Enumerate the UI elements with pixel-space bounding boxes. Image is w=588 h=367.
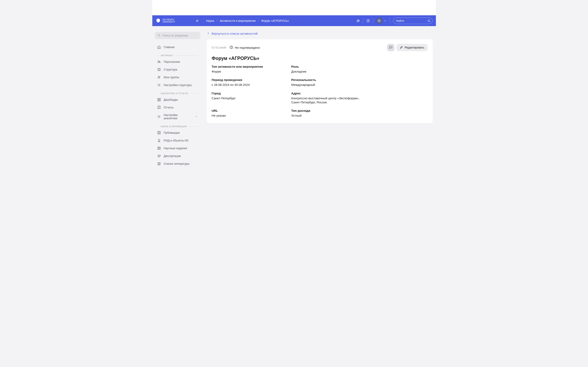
sidebar-item-groups[interactable]: Мои группы [155,73,200,81]
sidebar-item-dissertations[interactable]: Диссертации [155,152,200,160]
status-badge: Не подтверждено [229,45,260,50]
gear-icon [157,115,161,118]
home-icon [157,45,161,49]
logo-text: Sechenov University [163,18,175,23]
chevron-right-icon [216,19,218,22]
svg-point-17 [158,85,159,86]
breadcrumb-item-0[interactable]: Наука [206,19,214,22]
comments-button[interactable] [387,44,394,51]
pin-button[interactable] [194,18,200,24]
sidebar-item-label: Настройки аналитики [164,113,192,120]
global-search[interactable] [393,17,433,24]
sidebar-search-input[interactable] [163,34,198,37]
people-icon [157,60,161,64]
award-icon [157,139,161,142]
field-label: Тип активности или мероприятия [212,65,287,68]
field-label: Тип доклада [291,109,367,112]
sidebar-group-science: НАУКА И ИННОВАЦИИ [155,125,200,128]
record-id: ID 0c1eade [212,46,226,49]
svg-rect-19 [159,98,160,99]
field-role: Роль Докладчик [291,65,367,74]
sidebar-item-personalii[interactable]: Персоналии [155,58,200,66]
search-icon [157,34,160,38]
field-label: Адрес [291,92,367,95]
sidebar-item-label: Диссертации [164,154,181,158]
svg-point-12 [160,68,160,69]
field-label: URL [212,109,287,112]
svg-rect-20 [158,100,159,101]
field-talk-type: Тип доклада Устный [291,109,367,118]
separator [363,18,363,24]
svg-point-4 [368,21,368,22]
svg-point-7 [428,20,430,21]
svg-point-16 [159,76,160,77]
sidebar-item-dashboards[interactable]: Дашборды [155,96,200,104]
svg-point-23 [158,139,160,141]
sidebar-group-intranet: ИНТРАНЕТ [155,54,200,57]
back-link[interactable]: Вернуться в список активностей [207,32,258,35]
field-city: Город Санкт-Петербург [212,92,287,105]
chevron-right-icon [257,19,260,22]
svg-point-1 [358,20,358,20]
field-regionality: Региональность Международный [291,78,367,87]
newspaper-icon [157,146,161,150]
sidebar-item-analytics-settings[interactable]: Настройки аналитики [155,111,200,122]
sidebar-item-label: Мои группы [164,76,179,79]
app-header: Sechenov University Наука Активности и м… [152,15,436,26]
svg-point-9 [158,61,159,62]
sidebar-item-home[interactable]: Главная [155,43,200,51]
sidebar-item-label: Настройки структуры [164,83,192,87]
svg-rect-21 [159,100,160,101]
pencil-icon [400,46,403,50]
back-link-label: Вернуться в список активностей [212,32,258,35]
chevron-down-icon[interactable] [195,115,198,118]
field-period: Период проведения с 28.08.2024 по 30.08.… [212,78,287,87]
sidebar-item-struktura[interactable]: Структура [155,66,200,73]
global-search-input[interactable] [396,19,426,22]
sidebar-item-rid[interactable]: РИД и объекты ИС [155,137,200,144]
graduation-cap-icon [157,154,161,158]
sidebar-item-publications[interactable]: Публикации [155,129,200,137]
breadcrumb-item-2[interactable]: Форум «АГРОРУСЬ» [261,19,289,22]
book-icon [157,106,161,109]
help-icon[interactable] [366,19,370,23]
search-icon[interactable] [426,18,432,24]
field-label: Региональность [291,78,367,82]
sidebar-item-struct-settings[interactable]: Настройки структуры [155,81,200,89]
sidebar-item-label: Структура [164,68,177,71]
sidebar-item-label: Дашборды [164,98,178,101]
edit-button-label: Редактировать [405,46,424,49]
sidebar-item-journals[interactable]: Научные издания [155,144,200,152]
edit-button[interactable]: Редактировать [397,44,428,51]
page-title: Форум «АГРОРУСЬ» [212,56,428,61]
field-address: Адрес Конгрессно-выставочный центр «Эксп… [291,92,367,105]
field-label: Роль [291,65,367,68]
settings-sliders-icon[interactable] [356,19,360,23]
field-value: Санкт-Петербург [212,96,287,100]
field-url: URL Не указан [212,109,287,118]
main-content: Вернуться в список активностей ID 0c1ead… [203,26,436,131]
avatar[interactable] [376,18,382,24]
breadcrumb-item-1[interactable]: Активности и мероприятия [220,19,255,22]
field-label: Город [212,92,287,95]
status-text: Не подтверждено [235,46,260,49]
field-value: Не указан [212,114,287,118]
chevron-down-icon[interactable] [383,19,387,23]
sidebar-item-label: Публикации [164,131,180,134]
svg-point-10 [159,61,160,62]
groups-icon [157,75,161,79]
logo[interactable]: Sechenov University [156,18,194,24]
svg-point-2 [359,20,359,21]
sidebar: Главная ИНТРАНЕТ Персоналии Структура Мо… [152,26,203,172]
svg-point-11 [158,68,158,69]
top-blank-area [152,0,436,15]
svg-point-13 [158,70,158,71]
field-value: Международный [291,83,367,87]
book-open-icon [157,131,161,134]
sidebar-search[interactable] [155,32,200,39]
field-value: с 28.08.2024 по 30.08.2024 [212,83,287,87]
activity-card: ID 0c1eade Не подтверждено Редактировать [207,39,433,123]
field-value: Форум [212,69,287,74]
sidebar-item-references[interactable]: Списки литературы [155,160,200,167]
sidebar-item-reports[interactable]: Отчеты [155,104,200,111]
